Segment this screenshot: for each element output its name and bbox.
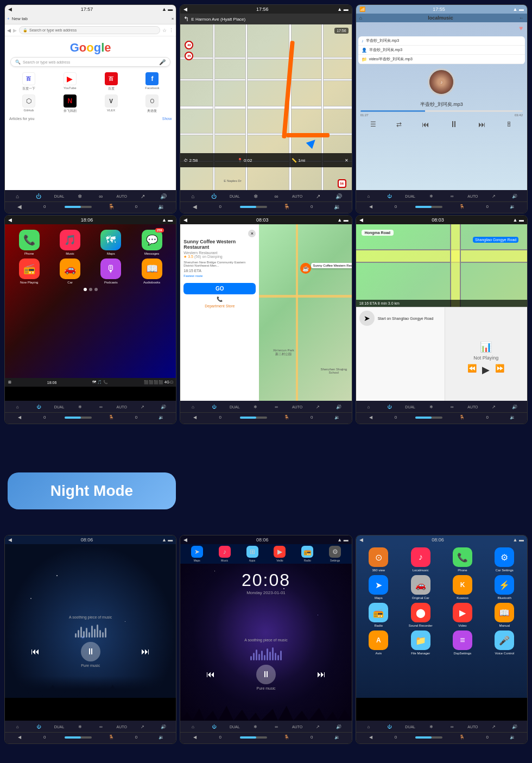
cpsplit-snow[interactable]: ❄ [426, 405, 436, 409]
shortcut-baidu[interactable]: 百 百度一下 [9, 72, 48, 91]
shortcut-youtube[interactable]: ▶ YouTube [50, 72, 90, 91]
nav-temp-slider[interactable] [240, 206, 267, 208]
back-tb-button[interactable]: ◀ [14, 204, 25, 210]
music-back-tb[interactable]: ◀ [365, 204, 376, 209]
night1-power[interactable]: ⏻ [33, 724, 44, 729]
cp-messages-icon[interactable]: 💬259 Messages [133, 230, 170, 255]
appgrid-vol-down[interactable]: 🔉 [507, 735, 518, 740]
cp-power[interactable]: ⏻ [33, 405, 44, 409]
night2-back[interactable]: ◀ [189, 735, 200, 740]
appgrid-seat[interactable]: 🪑 [457, 735, 467, 740]
appgrid-vol[interactable]: 🔊 [509, 724, 520, 729]
cp-back-icon[interactable]: ◀ [8, 217, 12, 223]
cp-music-icon[interactable]: 🎵 Music [51, 230, 88, 255]
appgrid-dual[interactable]: DUAL [405, 725, 416, 729]
nav-vol[interactable]: 🔊 [333, 193, 344, 199]
night2-seat[interactable]: 🪑 [281, 735, 292, 740]
cp-auto[interactable]: AUTO [116, 405, 127, 409]
nav-back-icon[interactable]: ◀ [183, 7, 187, 12]
app-localmusic[interactable]: ♪ Localmusic [401, 547, 440, 572]
music-curve[interactable]: ↗ [488, 194, 499, 199]
night2-play-btn[interactable]: ⏸ [256, 665, 276, 684]
cpnav-dual[interactable]: DUAL [229, 405, 240, 409]
curve-button[interactable]: ↗ [137, 193, 148, 199]
cp-home[interactable]: ⌂ [12, 405, 23, 409]
bookmark-icon[interactable]: ☆ [162, 28, 167, 33]
nav-seat[interactable]: 🪑 [281, 204, 292, 210]
home-button[interactable]: ⌂ [12, 193, 23, 199]
shortcut-facebook[interactable]: f Facebook [132, 72, 172, 91]
nav-snow[interactable]: ❄ [250, 193, 261, 199]
cp-seat[interactable]: 🪑 [106, 415, 117, 420]
night1-back[interactable]: ◀ [14, 735, 25, 740]
cpsplit-vol[interactable]: 🔊 [509, 405, 520, 409]
new-tab-icon[interactable]: + [7, 16, 10, 21]
back-arrow-icon[interactable]: ◀ [8, 7, 12, 12]
music-item-2[interactable]: 👤 半壶纱_刘珂矣.mp3 [358, 46, 525, 55]
cp-link[interactable]: ∞ [96, 405, 106, 409]
night1-vol-down[interactable]: 🔉 [156, 735, 167, 740]
night2-slider[interactable] [240, 736, 267, 739]
music-vol-down[interactable]: 🔉 [507, 204, 518, 209]
appgrid-back-icon[interactable]: ◀ [359, 537, 363, 543]
shortcut-vlex[interactable]: V VLEX [92, 94, 131, 113]
voice-search-icon[interactable]: 🎤 [159, 59, 166, 65]
google-search-box[interactable]: 🔍 Search or type web address 🎤 [10, 57, 170, 67]
auto-button[interactable]: AUTO [116, 194, 127, 198]
phone-call-icon[interactable]: 📞 [183, 297, 256, 302]
app-originalcar[interactable]: 🚗 Original Car [401, 575, 440, 600]
night2-vol[interactable]: 🔊 [333, 724, 344, 729]
appgrid-home[interactable]: ⌂ [363, 724, 374, 729]
shortcut-netflix[interactable]: N 奈飞韩剧 [50, 94, 90, 113]
nav-forward-icon[interactable]: ▶ [13, 28, 17, 33]
music-slider[interactable] [415, 206, 442, 208]
cp-curve[interactable]: ↗ [137, 405, 148, 409]
music-back-btn[interactable]: ← [519, 15, 524, 21]
night1-next-btn[interactable]: ⏭ [141, 647, 150, 657]
cpsplit-back[interactable]: ◀ [365, 415, 376, 420]
cp-back[interactable]: ◀ [14, 415, 25, 420]
cpnav-home[interactable]: ⌂ [188, 405, 199, 409]
seat-button[interactable]: 🪑 [106, 204, 117, 210]
cp-slider[interactable] [65, 417, 92, 419]
cpnav-back-icon[interactable]: ◀ [183, 217, 187, 223]
nav-auto[interactable]: AUTO [292, 194, 303, 198]
cp-car-icon[interactable]: 🚗 Car [51, 258, 88, 284]
cp-snow[interactable]: ❄ [74, 405, 85, 409]
night2-prev-btn[interactable]: ⏮ [206, 670, 215, 679]
appgrid-back[interactable]: ◀ [365, 735, 376, 740]
night1-prev-btn[interactable]: ⏮ [31, 647, 40, 657]
cpsplit-dual[interactable]: DUAL [405, 405, 416, 409]
night1-vol[interactable]: 🔊 [158, 724, 169, 729]
cpsplit-seat[interactable]: 🪑 [457, 415, 467, 420]
prev-button[interactable]: ⏪ [467, 364, 477, 376]
cpnav-close[interactable]: × [183, 228, 256, 237]
night2-snow[interactable]: ❄ [250, 724, 261, 729]
cpnav-back[interactable]: ◀ [189, 415, 200, 420]
app-carsettings[interactable]: ⚙ Car Settings [485, 547, 524, 572]
app-avin[interactable]: A Avin [359, 630, 398, 655]
night2-next-btn[interactable]: ⏭ [317, 670, 326, 679]
app-voicecontrol[interactable]: 🎤 Voice Control [485, 630, 524, 655]
dual-button[interactable]: DUAL [54, 194, 65, 198]
night2-power[interactable]: ⏻ [208, 724, 219, 729]
app-manual[interactable]: 📖 Manual [485, 603, 524, 627]
night2-maps-app[interactable]: ➤ Maps [191, 546, 203, 562]
cp-vol-down[interactable]: 🔉 [156, 415, 167, 420]
night1-snow[interactable]: ❄ [74, 724, 85, 729]
night2-curve[interactable]: ↗ [313, 724, 324, 729]
shortcut-odman[interactable]: O 奥德曼 [132, 94, 172, 113]
night1-back-icon[interactable]: ◀ [8, 537, 12, 543]
power-button[interactable]: ⏻ [33, 193, 44, 199]
nav-close-button[interactable]: ✕ [345, 158, 349, 163]
cpsplit-auto[interactable]: AUTO [467, 405, 478, 409]
night2-music-app[interactable]: ♪ Music [219, 546, 231, 562]
music-pause-icon[interactable]: ⏸ [449, 119, 458, 129]
next-button[interactable]: ⏩ [495, 364, 504, 376]
app-kuwooo[interactable]: K Kuwooo [443, 575, 482, 600]
appgrid-snow[interactable]: ❄ [426, 724, 436, 729]
app-video[interactable]: ▶ Video [443, 603, 482, 627]
night2-link[interactable]: ∞ [271, 724, 282, 729]
nav-link[interactable]: ∞ [271, 193, 282, 199]
music-heart-icon[interactable]: ♥ [356, 22, 527, 34]
